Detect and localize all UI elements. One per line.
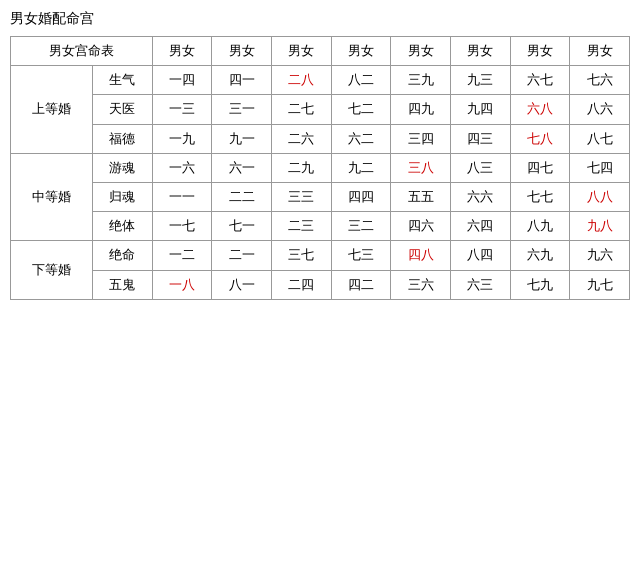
- data-cell: 六二: [331, 124, 391, 153]
- data-cell: 七四: [570, 153, 630, 182]
- data-cell: 四六: [391, 212, 451, 241]
- data-cell: 九八: [570, 212, 630, 241]
- table-row: 天医一三三一二七七二四九九四六八八六: [11, 95, 630, 124]
- sub-category-cell: 天医: [92, 95, 152, 124]
- table-row: 福德一九九一二六六二三四四三七八八七: [11, 124, 630, 153]
- data-cell: 四四: [331, 182, 391, 211]
- header-col1: 男女: [152, 37, 212, 66]
- data-cell: 八四: [450, 241, 510, 270]
- header-col5: 男女: [391, 37, 451, 66]
- data-cell: 七八: [510, 124, 570, 153]
- sub-category-cell: 福德: [92, 124, 152, 153]
- data-cell: 七六: [570, 66, 630, 95]
- header-row: 男女宫命表 男女 男女 男女 男女 男女 男女 男女 男女: [11, 37, 630, 66]
- data-cell: 三一: [212, 95, 272, 124]
- data-cell: 三八: [391, 153, 451, 182]
- data-cell: 一九: [152, 124, 212, 153]
- data-cell: 八九: [510, 212, 570, 241]
- data-cell: 九六: [570, 241, 630, 270]
- data-cell: 二九: [271, 153, 331, 182]
- data-cell: 一四: [152, 66, 212, 95]
- data-cell: 七二: [331, 95, 391, 124]
- data-cell: 三七: [271, 241, 331, 270]
- main-table: 男女宫命表 男女 男女 男女 男女 男女 男女 男女 男女 上等婚生气一四四一二…: [10, 36, 630, 300]
- table-row: 中等婚游魂一六六一二九九二三八八三四七七四: [11, 153, 630, 182]
- grade-cell: 中等婚: [11, 153, 93, 241]
- data-cell: 三四: [391, 124, 451, 153]
- data-cell: 八六: [570, 95, 630, 124]
- header-col4: 男女: [331, 37, 391, 66]
- data-cell: 三九: [391, 66, 451, 95]
- data-cell: 八一: [212, 270, 272, 299]
- data-cell: 四一: [212, 66, 272, 95]
- table-body: 上等婚生气一四四一二八八二三九九三六七七六天医一三三一二七七二四九九四六八八六福…: [11, 66, 630, 300]
- header-col6: 男女: [450, 37, 510, 66]
- data-cell: 四九: [391, 95, 451, 124]
- table-row: 上等婚生气一四四一二八八二三九九三六七七六: [11, 66, 630, 95]
- data-cell: 七三: [331, 241, 391, 270]
- data-cell: 二二: [212, 182, 272, 211]
- table-row: 绝体一七七一二三三二四六六四八九九八: [11, 212, 630, 241]
- data-cell: 三三: [271, 182, 331, 211]
- sub-category-cell: 游魂: [92, 153, 152, 182]
- data-cell: 七一: [212, 212, 272, 241]
- data-cell: 九七: [570, 270, 630, 299]
- data-cell: 八二: [331, 66, 391, 95]
- data-cell: 六九: [510, 241, 570, 270]
- data-cell: 一六: [152, 153, 212, 182]
- data-cell: 六一: [212, 153, 272, 182]
- sub-category-cell: 归魂: [92, 182, 152, 211]
- data-cell: 一一: [152, 182, 212, 211]
- header-col3: 男女: [271, 37, 331, 66]
- data-cell: 三二: [331, 212, 391, 241]
- data-cell: 六三: [450, 270, 510, 299]
- data-cell: 九二: [331, 153, 391, 182]
- table-row: 五鬼一八八一二四四二三六六三七九九七: [11, 270, 630, 299]
- sub-category-cell: 绝体: [92, 212, 152, 241]
- data-cell: 八七: [570, 124, 630, 153]
- data-cell: 四三: [450, 124, 510, 153]
- header-col7: 男女: [510, 37, 570, 66]
- data-cell: 九三: [450, 66, 510, 95]
- grade-cell: 上等婚: [11, 66, 93, 154]
- data-cell: 一二: [152, 241, 212, 270]
- header-col8: 男女: [570, 37, 630, 66]
- data-cell: 四七: [510, 153, 570, 182]
- data-cell: 二一: [212, 241, 272, 270]
- data-cell: 二四: [271, 270, 331, 299]
- data-cell: 六六: [450, 182, 510, 211]
- data-cell: 二六: [271, 124, 331, 153]
- header-col2: 男女: [212, 37, 272, 66]
- data-cell: 五五: [391, 182, 451, 211]
- data-cell: 一三: [152, 95, 212, 124]
- data-cell: 六八: [510, 95, 570, 124]
- grade-cell: 下等婚: [11, 241, 93, 299]
- page-title: 男女婚配命宫: [10, 10, 630, 28]
- data-cell: 九一: [212, 124, 272, 153]
- data-cell: 七七: [510, 182, 570, 211]
- data-cell: 一七: [152, 212, 212, 241]
- header-col0: 男女宫命表: [11, 37, 153, 66]
- data-cell: 八三: [450, 153, 510, 182]
- data-cell: 二八: [271, 66, 331, 95]
- sub-category-cell: 生气: [92, 66, 152, 95]
- data-cell: 九四: [450, 95, 510, 124]
- table-row: 下等婚绝命一二二一三七七三四八八四六九九六: [11, 241, 630, 270]
- data-cell: 七九: [510, 270, 570, 299]
- sub-category-cell: 绝命: [92, 241, 152, 270]
- data-cell: 二七: [271, 95, 331, 124]
- data-cell: 六四: [450, 212, 510, 241]
- sub-category-cell: 五鬼: [92, 270, 152, 299]
- data-cell: 八八: [570, 182, 630, 211]
- data-cell: 四八: [391, 241, 451, 270]
- data-cell: 一八: [152, 270, 212, 299]
- data-cell: 六七: [510, 66, 570, 95]
- data-cell: 二三: [271, 212, 331, 241]
- table-row: 归魂一一二二三三四四五五六六七七八八: [11, 182, 630, 211]
- data-cell: 三六: [391, 270, 451, 299]
- data-cell: 四二: [331, 270, 391, 299]
